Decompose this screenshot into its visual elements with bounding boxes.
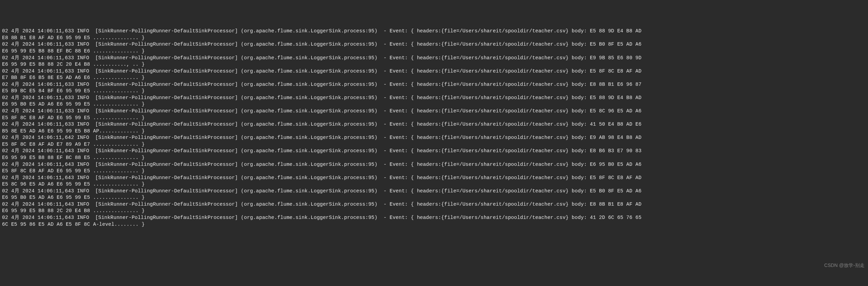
log-line-continuation: E6 95 B0 E5 AD A6 E6 95 99 E5 ..........…	[2, 194, 866, 201]
log-line-continuation: 6C E5 95 86 E5 AD A6 E5 8F 8C A-level...…	[2, 221, 866, 228]
log-line: 02 4月 2024 14:06:11,643 INFO [SinkRunner…	[2, 201, 866, 208]
log-line-continuation: E6 95 99 E5 B8 88 EF BC 88 E6 ..........…	[2, 48, 866, 55]
log-line: 02 4月 2024 14:06:11,633 INFO [SinkRunner…	[2, 55, 866, 62]
log-line: 02 4月 2024 14:06:11,643 INFO [SinkRunner…	[2, 188, 866, 195]
log-line-continuation: E5 8F 8C E8 AF AD E6 95 99 E5 ..........…	[2, 115, 866, 122]
log-line: 02 4月 2024 14:06:11,633 INFO [SinkRunner…	[2, 95, 866, 101]
terminal-log-output: 02 4月 2024 14:06:11,633 INFO [SinkRunner…	[2, 28, 866, 228]
log-line: 02 4月 2024 14:06:11,633 INFO [SinkRunner…	[2, 108, 866, 115]
log-line: 02 4月 2024 14:06:11,633 INFO [SinkRunner…	[2, 68, 866, 75]
log-line-continuation: E6 95 B0 E5 AD A6 E6 95 99 E5 ..........…	[2, 101, 866, 108]
log-line-continuation: E6 95 99 E5 B8 88 EF BC 88 E5 ..........…	[2, 155, 866, 161]
log-line: 02 4月 2024 14:06:11,633 INFO [SinkRunner…	[2, 28, 866, 35]
log-line-continuation: E6 95 99 E5 B8 88 2C 20 E4 B8 ..........…	[2, 61, 866, 68]
log-line: 02 4月 2024 14:06:11,633 INFO [SinkRunner…	[2, 121, 866, 128]
log-line-continuation: E5 B9 BC E5 84 BF E6 95 99 E5 ..........…	[2, 88, 866, 95]
log-line-continuation: B5 8E E5 AD A6 E6 95 99 E5 B8 AP........…	[2, 128, 866, 135]
log-line: 02 4月 2024 14:06:11,642 INFO [SinkRunner…	[2, 134, 866, 141]
log-line-continuation: E5 8C 96 E5 AD A6 E6 95 99 E5 ..........…	[2, 181, 866, 188]
log-line: 02 4月 2024 14:06:11,643 INFO [SinkRunner…	[2, 161, 866, 168]
log-line-continuation: E6 95 99 E5 B8 88 2C 20 E4 B8 ..........…	[2, 208, 866, 214]
log-line-continuation: E5 8F 8C E8 AF AD E6 95 99 E5 ..........…	[2, 168, 866, 175]
watermark-text: CSDN @放学-别走	[824, 262, 865, 269]
log-line: 02 4月 2024 14:06:11,643 INFO [SinkRunner…	[2, 148, 866, 155]
log-line-continuation: E5 8F 8C E8 AF AD E7 89 A9 E7 ..........…	[2, 141, 866, 148]
log-line-continuation: E7 BB 8F E6 B5 8E E5 AD A6 E6 ..........…	[2, 75, 866, 81]
log-line-continuation: E8 8B B1 E8 AF AD E6 95 99 E5 ..........…	[2, 35, 866, 42]
log-line: 02 4月 2024 14:06:11,633 INFO [SinkRunner…	[2, 41, 866, 48]
log-line: 02 4月 2024 14:06:11,643 INFO [SinkRunner…	[2, 175, 866, 181]
log-line: 02 4月 2024 14:06:11,633 INFO [SinkRunner…	[2, 81, 866, 88]
log-line: 02 4月 2024 14:06:11,643 INFO [SinkRunner…	[2, 214, 866, 221]
